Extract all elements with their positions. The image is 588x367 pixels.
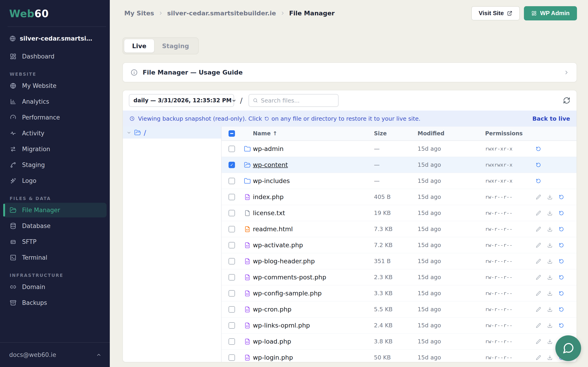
row-checkbox[interactable] [229,338,235,345]
restore-button[interactable] [559,275,564,280]
column-header-modified[interactable]: Modified [418,130,485,137]
file-name-link[interactable]: wp-links-opml.php [253,322,374,329]
sidebar-item-terminal[interactable]: Terminal [4,250,107,265]
edit-file-button[interactable] [536,323,541,328]
download-file-button[interactable] [547,194,553,200]
sidebar-item-dashboard[interactable]: Dashboard [4,49,107,64]
download-file-button[interactable] [547,355,553,360]
sidebar-item-backups[interactable]: Backups [4,295,107,310]
edit-file-button[interactable] [536,339,541,344]
table-row-wp-content[interactable]: ✓wp-content—15d agorwxrwxr-x [222,157,577,173]
download-file-button[interactable] [547,307,553,312]
support-chat-button[interactable] [555,335,581,361]
chevron-up-icon[interactable] [96,352,102,358]
file-name-link[interactable]: wp-content [253,161,374,168]
restore-button[interactable] [559,259,564,264]
table-row-wp-login-php[interactable]: wp-login.php50 KB15d agorw-r--r-- [222,350,577,362]
file-name-link[interactable]: wp-includes [253,177,374,184]
file-name-link[interactable]: wp-activate.php [253,242,374,249]
file-name-link[interactable]: wp-admin [253,145,374,152]
tab-staging[interactable]: Staging [154,39,197,52]
download-file-button[interactable] [547,323,553,328]
restore-button[interactable] [536,162,541,168]
breadcrumb-silver-cedar-smartsitebuilder-ie[interactable]: silver-cedar.smartsitebuilder.ie [167,10,276,17]
back-to-live-link[interactable]: Back to live [532,115,570,122]
table-row-index-php[interactable]: index.php405 B15d agorw-r--r-- [222,189,577,205]
restore-button[interactable] [559,323,564,328]
table-row-wp-load-php[interactable]: wp-load.php3.8 KB15d agorw-r--r-- [222,334,577,350]
download-file-button[interactable] [547,259,553,264]
visit-site-button[interactable]: Visit Site [471,6,520,20]
file-name-link[interactable]: wp-comments-post.php [253,274,374,281]
row-checkbox[interactable] [229,274,235,281]
download-file-button[interactable] [547,210,553,216]
row-checkbox[interactable] [229,194,235,200]
sidebar-item-my-website[interactable]: My Website [4,78,107,93]
row-checkbox[interactable] [229,290,235,297]
select-all-checkbox[interactable] [229,130,235,137]
file-name-link[interactable]: wp-login.php [253,354,374,361]
download-file-button[interactable] [547,242,553,248]
row-checkbox[interactable] [229,242,235,248]
row-checkbox[interactable] [229,322,235,329]
wp-admin-button[interactable]: WP Admin [524,6,577,20]
edit-file-button[interactable] [536,307,541,312]
table-row-wp-admin[interactable]: wp-admin—15d agorwxr-xr-x [222,141,577,157]
sidebar-item-analytics[interactable]: Analytics [4,94,107,109]
edit-file-button[interactable] [536,259,541,264]
restore-button[interactable] [559,226,564,232]
edit-file-button[interactable] [536,275,541,280]
restore-button[interactable] [559,242,564,248]
row-checkbox[interactable] [229,178,235,184]
edit-file-button[interactable] [536,242,541,248]
download-file-button[interactable] [547,339,553,344]
table-row-wp-config-sample-php[interactable]: wp-config-sample.php3.3 KB15d agorw-r--r… [222,285,577,301]
sidebar-item-activity[interactable]: Activity [4,126,107,141]
site-selector[interactable]: silver-cedar.smartsi… [9,35,105,42]
restore-button[interactable] [559,307,564,312]
column-header-size[interactable]: Size [374,130,418,137]
sidebar-item-logo[interactable]: Logo [4,173,107,188]
file-name-link[interactable]: wp-load.php [253,338,374,345]
row-checkbox[interactable] [229,354,235,361]
restore-button[interactable] [559,291,564,296]
column-header-name[interactable]: Name ↑ [253,130,374,137]
download-file-button[interactable] [547,275,553,280]
restore-button[interactable] [559,210,564,216]
table-row-wp-links-opml-php[interactable]: wp-links-opml.php2.4 KB15d agorw-r--r-- [222,317,577,334]
row-checkbox[interactable] [229,210,235,216]
tab-live[interactable]: Live [124,39,154,52]
restore-button[interactable] [536,178,541,184]
edit-file-button[interactable] [536,210,541,216]
file-name-link[interactable]: wp-cron.php [253,306,374,313]
sidebar-item-domain[interactable]: Domain [4,280,107,294]
tree-root-item[interactable]: / [123,127,221,139]
sidebar-item-database[interactable]: Database [4,219,107,233]
breadcrumb-my-sites[interactable]: My Sites [124,10,154,17]
sidebar-item-file-manager[interactable]: File Manager [4,203,107,217]
row-checkbox[interactable] [229,258,235,265]
tree-chevron-down-icon[interactable] [127,130,131,135]
table-row-wp-activate-php[interactable]: wp-activate.php7.2 KB15d agorw-r--r-- [222,237,577,253]
edit-file-button[interactable] [536,291,541,296]
table-row-wp-cron-php[interactable]: wp-cron.php5.5 KB15d agorw-r--r-- [222,301,577,317]
row-checkbox[interactable] [229,146,235,152]
table-row-wp-includes[interactable]: wp-includes—15d agorwxr-xr-x [222,173,577,189]
sidebar-item-performance[interactable]: Performance [4,110,107,125]
download-file-button[interactable] [547,291,553,296]
row-checkbox[interactable] [229,226,235,232]
edit-file-button[interactable] [536,226,541,232]
table-row-wp-comments-post-php[interactable]: wp-comments-post.php2.3 KB15d agorw-r--r… [222,269,577,285]
edit-file-button[interactable] [536,194,541,200]
file-name-link[interactable]: readme.html [253,225,374,233]
table-row-license-txt[interactable]: license.txt19 KB15d agorw-r--r-- [222,205,577,221]
sidebar-item-staging[interactable]: Staging [4,158,107,172]
restore-button[interactable] [559,194,564,200]
edit-file-button[interactable] [536,355,541,360]
row-checkbox[interactable]: ✓ [229,162,235,168]
sidebar-item-migration[interactable]: Migration [4,142,107,156]
usage-guide-banner[interactable]: File Manager — Usage Guide [122,62,577,82]
table-row-wp-blog-header-php[interactable]: wp-blog-header.php351 B15d agorw-r--r-- [222,253,577,269]
snapshot-select[interactable]: daily — 3/31/2026, 12:35:32 PM [129,94,234,107]
refresh-button[interactable] [563,97,571,104]
